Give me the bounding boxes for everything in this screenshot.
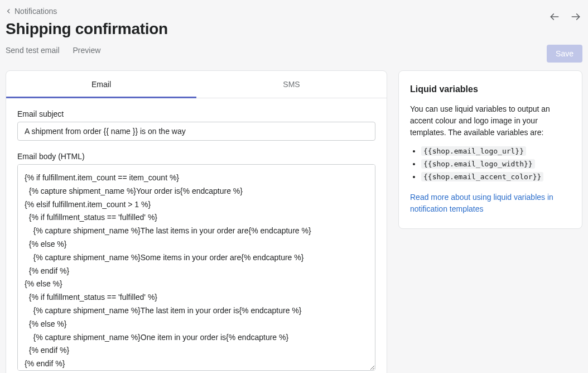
arrow-right-icon: [570, 11, 581, 22]
list-item: {{shop.email_logo_width}}: [421, 159, 571, 169]
liquid-docs-link[interactable]: Read more about using liquid variables i…: [410, 193, 553, 213]
next-arrow[interactable]: [569, 10, 582, 23]
liquid-variables-card: Liquid variables You can use liquid vari…: [398, 70, 582, 229]
liquid-var-code: {{shop.email_logo_url}}: [421, 146, 526, 156]
tab-email[interactable]: Email: [6, 71, 196, 98]
previous-arrow[interactable]: [548, 10, 561, 23]
email-subject-label: Email subject: [17, 109, 375, 118]
list-item: {{shop.email_logo_url}}: [421, 146, 571, 156]
liquid-variables-title: Liquid variables: [410, 84, 571, 94]
list-item: {{shop.email_accent_color}}: [421, 172, 571, 181]
send-test-email-link[interactable]: Send test email: [6, 46, 60, 55]
liquid-variables-description: You can use liquid variables to output a…: [410, 103, 571, 138]
template-editor-card: Email SMS Email subject Email body (HTML…: [6, 70, 387, 373]
page-title: Shipping confirmation: [6, 20, 547, 38]
email-body-label: Email body (HTML): [17, 152, 375, 161]
preview-link[interactable]: Preview: [73, 46, 101, 55]
tab-sms[interactable]: SMS: [196, 71, 387, 98]
liquid-var-code: {{shop.email_accent_color}}: [421, 172, 543, 181]
chevron-left-icon: [6, 8, 12, 15]
liquid-var-code: {{shop.email_logo_width}}: [421, 159, 535, 169]
breadcrumb-label: Notifications: [15, 7, 57, 16]
breadcrumb[interactable]: Notifications: [6, 7, 547, 16]
email-subject-input[interactable]: [17, 122, 375, 141]
email-body-textarea[interactable]: [17, 164, 375, 371]
arrow-left-icon: [549, 11, 560, 22]
save-button[interactable]: Save: [547, 45, 582, 63]
